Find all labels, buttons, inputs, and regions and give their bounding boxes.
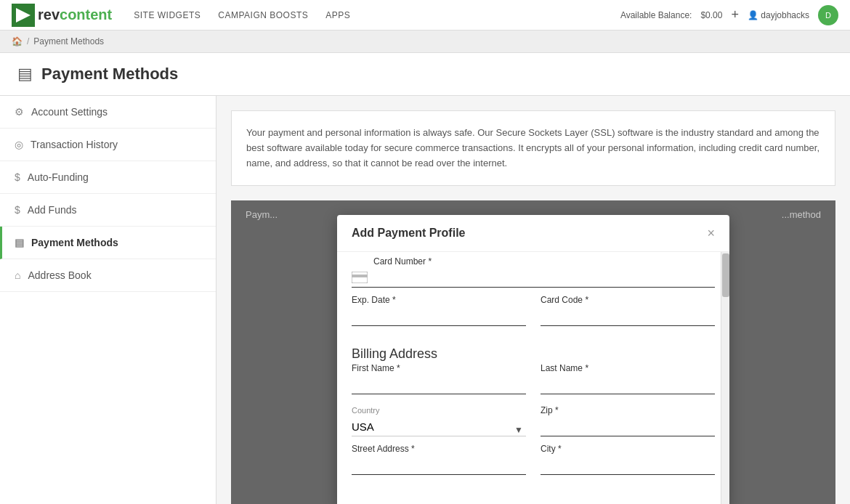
bg-table-col1: Paym...: [246, 209, 278, 220]
first-name-group: First Name *: [352, 376, 526, 397]
page-header: ▤ Payment Methods: [0, 53, 850, 96]
dollar-icon-auto: $: [15, 171, 20, 183]
breadcrumb-current: Payment Methods: [33, 36, 104, 46]
card-icon: [352, 272, 368, 286]
dollar-icon-add: $: [15, 204, 20, 216]
card-number-input[interactable]: [352, 269, 715, 288]
modal-close-button[interactable]: ×: [707, 227, 715, 240]
zip-input[interactable]: [541, 418, 715, 436]
background-overlay: Paym... ...method Add Payment Profile ×: [231, 200, 835, 504]
sidebar-label-payment-methods: Payment Methods: [31, 237, 118, 248]
svg-marker-0: [16, 8, 31, 23]
balance-value: $0.00: [700, 10, 722, 20]
main-layout: ⚙ Account Settings ◎ Transaction History…: [0, 96, 850, 504]
avatar[interactable]: D: [818, 5, 838, 25]
gear-icon: ⚙: [15, 106, 24, 118]
country-select[interactable]: USA: [352, 418, 526, 436]
nav-site-widgets[interactable]: SITE WIDGETS: [134, 10, 201, 20]
nav-apps[interactable]: APPS: [325, 10, 350, 20]
nav-links: SITE WIDGETS CAMPAIGN BOOSTS APPS: [134, 10, 620, 20]
sidebar-item-account-settings[interactable]: ⚙ Account Settings: [0, 96, 216, 129]
card-code-group: Card Code *: [541, 308, 715, 329]
logo-icon: [12, 4, 35, 27]
sidebar-item-add-funds[interactable]: $ Add Funds: [0, 194, 216, 227]
last-name-group: Last Name *: [541, 376, 715, 397]
first-name-label: First Name *: [352, 363, 400, 373]
city-input[interactable]: [541, 457, 715, 475]
street-address-input[interactable]: [352, 457, 526, 475]
modal-scrollbar[interactable]: [721, 252, 729, 504]
exp-card-row: Exp. Date * Card Code *: [352, 308, 715, 329]
sidebar-label-auto-funding: Auto-Funding: [28, 171, 89, 183]
street-address-group: Street Address *: [352, 457, 526, 478]
sidebar-item-payment-methods[interactable]: ▤ Payment Methods: [0, 227, 216, 259]
card-code-input[interactable]: [541, 308, 715, 326]
sidebar-item-auto-funding[interactable]: $ Auto-Funding: [0, 161, 216, 194]
page-title: Payment Methods: [41, 65, 178, 84]
city-group: City *: [541, 457, 715, 478]
last-name-input[interactable]: [541, 376, 715, 394]
street-address-label: Street Address *: [352, 444, 415, 454]
exp-date-group: Exp. Date *: [352, 308, 526, 329]
sidebar-label-account-settings: Account Settings: [31, 106, 108, 118]
exp-date-input[interactable]: [352, 308, 526, 326]
sidebar-label-transaction-history: Transaction History: [31, 139, 118, 150]
sidebar-item-address-book[interactable]: ⌂ Address Book: [0, 259, 216, 292]
info-box: Your payment and personal information is…: [231, 110, 835, 186]
breadcrumb-home[interactable]: 🏠: [12, 36, 23, 46]
country-zip-row: Country USA ▼ Zip *: [352, 418, 715, 439]
name-row: First Name * Last Name *: [352, 376, 715, 397]
bg-table-col-right: ...method: [782, 209, 821, 220]
modal-title: Add Payment Profile: [352, 227, 465, 240]
modal-scroll-thumb: [722, 253, 729, 297]
card-number-label: Card Number *: [373, 256, 432, 267]
card-code-label: Card Code *: [541, 295, 588, 305]
last-name-label: Last Name *: [541, 363, 588, 373]
sidebar-label-address-book: Address Book: [28, 269, 91, 281]
balance-label: Available Balance:: [620, 10, 692, 20]
nav-campaign-boosts[interactable]: CAMPAIGN BOOSTS: [218, 10, 308, 20]
username-label: dayjobhacks: [761, 10, 809, 20]
history-icon: ◎: [15, 139, 23, 150]
top-navigation: revcontent SITE WIDGETS CAMPAIGN BOOSTS …: [0, 0, 850, 31]
logo[interactable]: revcontent: [12, 4, 112, 27]
modal-header: Add Payment Profile ×: [337, 215, 729, 252]
zip-label: Zip *: [541, 405, 559, 415]
country-group: Country USA ▼: [352, 418, 526, 439]
page-header-icon: ▤: [17, 65, 33, 84]
logo-text: revcontent: [38, 7, 112, 23]
content-area: Your payment and personal information is…: [216, 96, 850, 504]
street-city-row: Street Address * City *: [352, 457, 715, 478]
city-label: City *: [541, 444, 562, 454]
sidebar-item-transaction-history[interactable]: ◎ Transaction History: [0, 129, 216, 161]
card-number-row: Card Number *: [352, 269, 715, 290]
home-icon: ⌂: [15, 269, 20, 281]
billing-address-section: Billing Address: [352, 346, 715, 362]
zip-group: Zip *: [541, 418, 715, 439]
exp-date-label: Exp. Date *: [352, 295, 396, 305]
svg-rect-2: [352, 275, 368, 277]
sidebar: ⚙ Account Settings ◎ Transaction History…: [0, 96, 216, 504]
credit-card-icon: ▤: [15, 237, 24, 248]
modal-body: Card Number * Exp. Date *: [337, 252, 729, 504]
country-label: Country: [352, 406, 380, 415]
breadcrumb: 🏠 / Payment Methods: [0, 31, 850, 53]
breadcrumb-separator: /: [27, 36, 29, 46]
add-funds-button[interactable]: +: [731, 7, 739, 23]
sidebar-label-add-funds: Add Funds: [28, 204, 77, 216]
add-payment-modal: Add Payment Profile ×: [337, 215, 729, 504]
user-menu[interactable]: 👤 dayjobhacks: [748, 10, 809, 20]
card-number-group: Card Number *: [352, 269, 715, 290]
first-name-input[interactable]: [352, 376, 526, 394]
nav-right: Available Balance: $0.00 + 👤 dayjobhacks…: [620, 5, 838, 25]
billing-address-title: Billing Address: [352, 346, 437, 361]
info-text: Your payment and personal information is…: [246, 127, 819, 168]
